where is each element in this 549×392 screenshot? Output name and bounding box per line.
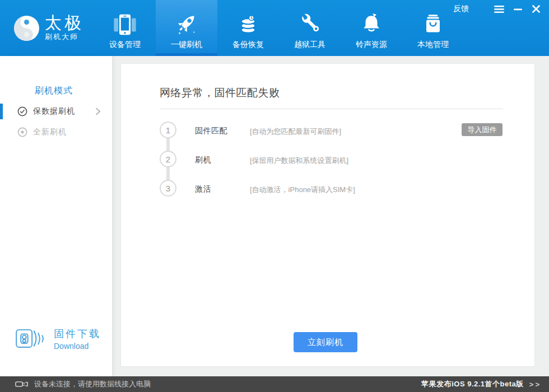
step-number-badge: 2 [160,151,176,167]
step-description: [自动激活，iPhone请插入SIM卡] [250,185,355,195]
step-description: [保留用户数据和系统设置刷机] [250,156,348,166]
star-circle-icon [17,127,27,137]
menu-button[interactable] [493,4,505,14]
step-label: 刷机 [195,155,211,165]
sidebar-section-title: 刷机模式 [35,85,73,97]
tab-label: 铃声资源 [356,40,387,50]
app-window: 太极 刷机大师 设备管理 [0,0,549,392]
window-controls: 反馈 [453,4,542,14]
feedback-link[interactable]: 反馈 [453,4,469,14]
backup-discs-icon [235,12,261,38]
step-number-badge: 3 [160,180,176,197]
tab-label: 越狱工具 [294,40,325,50]
sidebar-item-keep-data-flash[interactable]: 保数据刷机 [0,104,112,119]
flash-now-button[interactable]: 立刻刷机 [294,332,357,352]
tab-backup-restore[interactable]: 备份恢复 [217,0,279,56]
download-title: 固件下载 [54,327,101,340]
status-bar: 设备未连接，请使用数据线接入电脑 苹果发布iOS 9.2.1首个beta版 >> [0,376,549,392]
phone-icon [112,12,138,38]
taiji-yinyang-icon [13,15,40,41]
firmware-download-shortcut[interactable]: 固件下载 Download [15,324,101,354]
news-ticker-link[interactable]: 苹果发布iOS 9.2.1首个beta版 [421,379,524,389]
chevron-right-icon [95,108,101,115]
bell-icon [359,12,384,38]
tab-label: 备份恢复 [232,40,264,50]
step-label: 激活 [195,184,211,194]
check-circle-icon [17,106,27,116]
tab-ringtone-resources[interactable]: 铃声资源 [341,0,402,56]
import-firmware-button[interactable]: 导入固件 [462,123,503,136]
flash-wizard-panel: 网络异常，固件匹配失败 1 固件匹配 [自动为您匹配最新可刷固件] 2 刷机 [… [120,63,535,367]
close-icon [532,5,540,13]
tab-jailbreak-tools[interactable]: 越狱工具 [279,0,341,56]
tab-device-manage[interactable]: 设备管理 [94,0,156,56]
brand-subtitle: 刷机大师 [45,32,84,42]
minimize-button[interactable] [511,4,524,14]
sidebar-item-label: 保数据刷机 [33,106,75,116]
download-subtitle: Download [54,342,101,351]
header-bar: 太极 刷机大师 设备管理 [0,0,549,56]
heading-divider [160,109,503,109]
step-description: [自动为您匹配最新可刷固件] [250,127,341,137]
sidebar-item-label: 全新刷机 [33,127,67,137]
sidebar: 刷机模式 保数据刷机 全新刷机 [0,56,113,376]
device-status-message: 设备未连接，请使用数据线接入电脑 [34,379,151,389]
usb-cable-icon [15,380,28,388]
brand-title: 太极 [45,14,84,31]
close-button[interactable] [530,4,542,14]
hamburger-menu-icon [494,6,504,13]
minimize-icon [514,6,522,13]
wrench-icon [297,12,323,38]
main-nav: 设备管理 一键刷机 [94,0,464,56]
tab-label: 本地管理 [417,40,449,50]
active-indicator-bar [0,104,3,119]
tab-label: 一键刷机 [171,40,202,50]
tab-one-click-flash[interactable]: 一键刷机 [156,0,217,56]
news-more-link[interactable]: >> [529,380,541,389]
step-number-badge: 1 [160,122,176,138]
sidebar-item-fresh-flash[interactable]: 全新刷机 [0,124,112,140]
error-heading: 网络异常，固件匹配失败 [160,86,280,100]
firmware-download-icon [15,324,46,354]
tab-label: 设备管理 [109,40,141,50]
storage-box-icon [420,12,446,38]
app-logo: 太极 刷机大师 [13,14,84,42]
rocket-icon [174,12,199,38]
step-label: 固件匹配 [195,126,227,136]
